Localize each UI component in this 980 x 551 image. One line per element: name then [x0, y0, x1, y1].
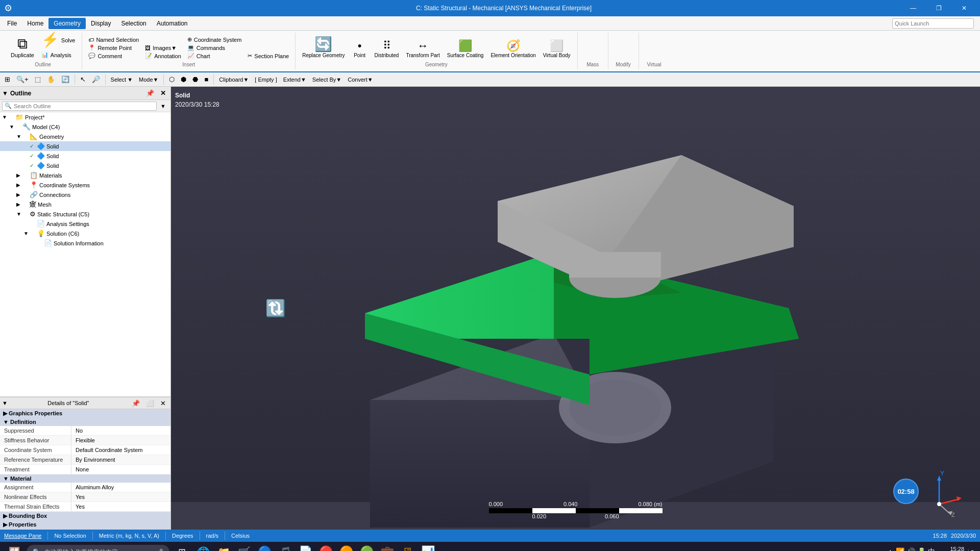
taskbar-app7[interactable]: 🔴	[316, 543, 335, 551]
virtual-body-button[interactable]: ⬜ Virtual Body	[541, 39, 573, 60]
tray-up-arrow[interactable]: ▲	[887, 547, 894, 551]
tree-expand-toggle[interactable]: ▶	[16, 182, 22, 188]
replace-geometry-button[interactable]: 🔄 Replace Geometry	[300, 36, 347, 60]
clipboard-dropdown[interactable]: Clipboard▼	[216, 76, 251, 84]
taskbar-app8[interactable]: 🟠	[337, 543, 355, 551]
close-button[interactable]: ✕	[952, 1, 976, 15]
start-button[interactable]: 🪟	[4, 543, 24, 551]
window-controls[interactable]: — ❐ ✕	[901, 1, 976, 15]
named-selection-button[interactable]: 🏷 Named Selection	[86, 36, 141, 43]
details-section-definition[interactable]: ▼ Definition	[0, 418, 170, 426]
taskbar-edge[interactable]: 🌐	[194, 543, 212, 551]
tree-item[interactable]: ▶📋Materials	[0, 170, 170, 180]
tray-network-icon[interactable]: 📶	[896, 547, 904, 551]
duplicate-button[interactable]: ⧉ Duplicate	[8, 35, 37, 60]
zoom-in-button[interactable]: 🔍+	[14, 74, 31, 85]
details-section-properties[interactable]: ▶ Properties	[0, 520, 170, 529]
distributed-button[interactable]: ⠿ Distributed	[372, 39, 402, 60]
taskbar-app12[interactable]: 📊	[419, 543, 437, 551]
tree-item[interactable]: ▼💡Solution (C6)	[0, 229, 170, 238]
menu-home[interactable]: Home	[22, 18, 48, 29]
images-button[interactable]: 🖼 Images▼	[143, 44, 183, 52]
details-value[interactable]: By Environment	[71, 455, 170, 464]
coordinate-system-button[interactable]: ⊕ Coordinate System	[185, 36, 244, 43]
tree-expand-toggle[interactable]: ▶	[16, 172, 22, 178]
taskbar-store[interactable]: 🛒	[235, 543, 253, 551]
tray-volume-icon[interactable]: 🔊	[906, 547, 915, 551]
pan-button[interactable]: ✋	[44, 74, 58, 85]
tree-expand-toggle[interactable]: ▼	[2, 114, 8, 120]
details-max-button[interactable]: ⬜	[143, 397, 157, 409]
show-faces-button[interactable]: ⬣	[190, 74, 201, 85]
restore-button[interactable]: ❐	[927, 1, 950, 15]
element-orientation-button[interactable]: 🧭 Element Orientation	[488, 39, 538, 60]
details-value[interactable]: Flexible	[71, 436, 170, 445]
menu-display[interactable]: Display	[86, 18, 116, 29]
details-section-material[interactable]: ▼ Material	[0, 474, 170, 483]
details-value[interactable]: No	[71, 426, 170, 435]
comment-button[interactable]: 💬 Comment	[86, 52, 141, 60]
mode-dropdown[interactable]: Mode▼	[136, 76, 161, 84]
taskbar-app6[interactable]: 📄	[296, 543, 314, 551]
select-dropdown[interactable]: Select ▼	[108, 76, 135, 84]
outline-filter-button[interactable]: ▼	[158, 101, 168, 112]
zoom-extent-button[interactable]: ⊞	[2, 74, 13, 85]
taskbar-app11[interactable]: 🖥	[398, 543, 416, 551]
show-edges-button[interactable]: ⬢	[178, 74, 189, 85]
tree-item[interactable]: 📄Solution Information	[0, 238, 170, 248]
tree-item[interactable]: ▶🕸Mesh	[0, 199, 170, 209]
details-section-graphics-properties[interactable]: ▶ Graphics Properties	[0, 409, 170, 418]
commands-button[interactable]: 💻 Commands	[185, 44, 244, 52]
tree-item[interactable]: ✓🔷Solid	[0, 161, 170, 170]
rotate-button[interactable]: 🔄	[59, 74, 72, 85]
tree-item[interactable]: ✓🔷Solid	[0, 151, 170, 161]
analysis-button[interactable]: 📊 Analysis	[39, 50, 78, 60]
details-value[interactable]: Yes	[71, 492, 170, 502]
tree-item[interactable]: ▶📍Coordinate Systems	[0, 180, 170, 190]
tree-item[interactable]: 📄Analysis Settings	[0, 219, 170, 229]
minimize-button[interactable]: —	[901, 1, 925, 15]
details-value[interactable]: Aluminum Alloy	[71, 483, 170, 492]
cursor-button[interactable]: ↖	[78, 74, 88, 85]
taskbar-app10[interactable]: 💼	[378, 543, 396, 551]
tree-item[interactable]: ▼⚙Static Structural (C5)	[0, 209, 170, 219]
extend-dropdown[interactable]: Extend▼	[281, 76, 309, 84]
transform-part-button[interactable]: ↔ Transform Part	[403, 39, 442, 60]
taskbar-app5[interactable]: 🎵	[276, 543, 294, 551]
solve-button[interactable]: ⚡ Solve	[39, 31, 78, 49]
tree-item[interactable]: ▼🔧Model (C4)	[0, 122, 170, 132]
tree-expand-toggle[interactable]: ▼	[16, 211, 22, 217]
taskbar-search[interactable]: 🔍 在这里输入你要搜索的内容 🎤	[27, 545, 169, 551]
details-value[interactable]: None	[71, 465, 170, 474]
taskbar-edge2[interactable]: 🔵	[255, 543, 274, 551]
details-pin-button[interactable]: 📌	[129, 397, 142, 409]
viewport[interactable]: Solid 2020/3/30 15:28	[171, 87, 980, 530]
show-vertices-button[interactable]: ⬡	[166, 74, 177, 85]
details-section-statistics[interactable]: ▶ Statistics	[0, 529, 170, 530]
outline-close-button[interactable]: ✕	[158, 88, 168, 99]
point-button[interactable]: • Point	[350, 39, 370, 60]
message-pane-label[interactable]: Message Pane	[4, 533, 41, 539]
tree-expand-toggle[interactable]: ▼	[9, 124, 15, 130]
outline-search-input[interactable]	[14, 103, 154, 109]
tree-item[interactable]: ▼📁Project*	[0, 112, 170, 122]
chart-button[interactable]: 📈 Chart	[185, 52, 244, 60]
tree-expand-toggle[interactable]: ▼	[16, 134, 22, 139]
convert-dropdown[interactable]: Convert▼	[345, 76, 375, 84]
taskbar-app9[interactable]: 🟢	[357, 543, 376, 551]
taskbar-mic-icon[interactable]: 🎤	[156, 548, 163, 551]
tree-item[interactable]: ▼📐Geometry	[0, 132, 170, 141]
taskbar-explorer[interactable]: 📁	[214, 543, 233, 551]
details-value[interactable]: Yes	[71, 502, 170, 511]
details-close-button[interactable]: ✕	[158, 397, 168, 409]
taskview-button[interactable]: ⊞	[172, 543, 192, 551]
scene-viewport[interactable]	[171, 87, 980, 530]
surface-coating-button[interactable]: 🟩 Surface Coating	[445, 39, 486, 60]
show-desktop-button[interactable]: ▮	[968, 549, 976, 552]
menu-automation[interactable]: Automation	[152, 18, 193, 29]
tree-item[interactable]: ✓🔷Solid	[0, 141, 170, 151]
remote-point-button[interactable]: 📍 Remote Point	[86, 44, 141, 52]
outline-pin-button[interactable]: 📌	[143, 88, 157, 99]
annotation-button[interactable]: 📝 Annotation	[143, 52, 183, 60]
quick-launch-input[interactable]	[892, 18, 974, 29]
